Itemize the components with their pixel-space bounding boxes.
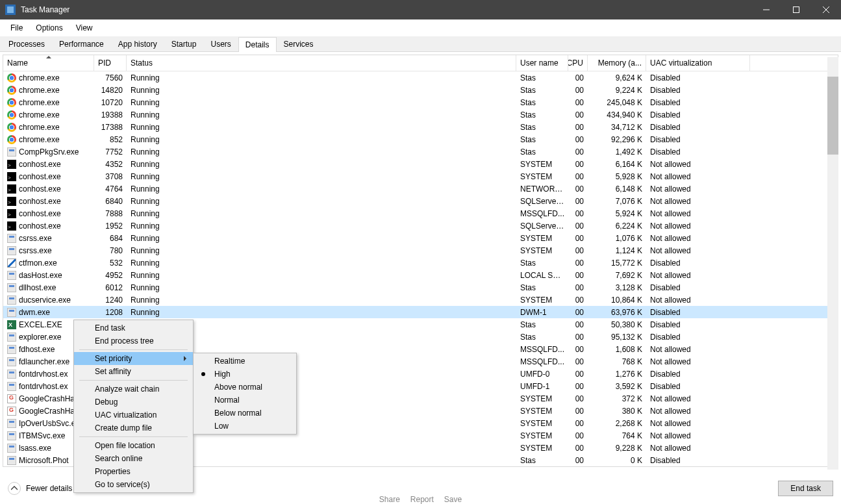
- table-row[interactable]: CompPkgSrv.exe7752RunningStas001,492 KDi…: [3, 145, 838, 158]
- process-icon: [7, 147, 16, 157]
- table-row[interactable]: conhost.exe7888RunningMSSQLFD...005,924 …: [3, 207, 838, 220]
- menu-file[interactable]: File: [4, 21, 29, 35]
- table-row[interactable]: chrome.exe17388RunningStas0034,712 KDisa…: [3, 121, 838, 133]
- cell-uac: Disabled: [646, 258, 750, 268]
- share-link[interactable]: Share: [379, 495, 400, 504]
- cell-memory: 3,592 K: [588, 382, 646, 391]
- table-row[interactable]: chrome.exe10720RunningStas00245,048 KDis…: [3, 96, 838, 108]
- cell-memory: 6,224 K: [588, 221, 646, 231]
- ctx-item[interactable]: Create dump file: [74, 422, 193, 435]
- ctx-item[interactable]: UAC virtualization: [74, 409, 193, 422]
- process-icon: [7, 110, 16, 120]
- tab-startup[interactable]: Startup: [164, 36, 204, 51]
- tab-processes[interactable]: Processes: [1, 36, 52, 51]
- ctx-priority-item[interactable]: Above normal: [194, 381, 296, 394]
- table-row[interactable]: chrome.exe852RunningStas0092,296 KDisabl…: [3, 133, 838, 145]
- table-row[interactable]: chrome.exe7560RunningStas009,624 KDisabl…: [3, 71, 838, 84]
- ctx-item[interactable]: Set priority: [74, 352, 193, 365]
- tab-users[interactable]: Users: [203, 36, 238, 51]
- col-name[interactable]: Name: [3, 55, 94, 71]
- table-row[interactable]: chrome.exe19388RunningStas00434,940 KDis…: [3, 108, 838, 121]
- table-row[interactable]: conhost.exe1952RunningSQLServer...006,22…: [3, 220, 838, 232]
- ctx-item[interactable]: Debug: [74, 396, 193, 409]
- ctx-item[interactable]: Set affinity: [74, 365, 193, 378]
- menu-view[interactable]: View: [69, 21, 99, 35]
- cell-status: Running: [127, 296, 516, 305]
- cell-memory: 63,976 K: [588, 308, 646, 317]
- table-row[interactable]: conhost.exe6840RunningSQLServer...007,07…: [3, 195, 838, 207]
- end-task-button[interactable]: End task: [778, 481, 833, 496]
- table-row[interactable]: chrome.exe14820RunningStas009,224 KDisab…: [3, 84, 838, 96]
- ctx-priority-item[interactable]: High: [194, 368, 296, 381]
- cell-user: UMFD-1: [516, 382, 568, 391]
- cell-status: Running: [127, 98, 516, 107]
- close-button[interactable]: [811, 0, 841, 19]
- cell-memory: 7,076 K: [588, 197, 646, 206]
- cell-uac: Disabled: [646, 382, 750, 391]
- table-row[interactable]: ctfmon.exe532RunningStas0015,772 KDisabl…: [3, 257, 838, 269]
- process-name: explorer.exe: [19, 333, 61, 342]
- menu-options[interactable]: Options: [29, 21, 69, 35]
- fewer-details-toggle[interactable]: Fewer details: [8, 482, 72, 495]
- process-icon: [7, 184, 16, 194]
- process-name: GoogleCrashHa: [19, 394, 75, 403]
- cell-status: Running: [127, 160, 516, 169]
- process-name: conhost.exe: [19, 197, 61, 206]
- maximize-button[interactable]: [781, 0, 811, 19]
- ctx-item[interactable]: Properties: [74, 465, 193, 478]
- cell-cpu: 00: [568, 197, 588, 206]
- ctx-priority-item[interactable]: Below normal: [194, 407, 296, 420]
- table-row[interactable]: conhost.exe4352RunningSYSTEM006,164 KNot…: [3, 158, 838, 170]
- share-bar: Share Report Save: [379, 495, 462, 504]
- ctx-item[interactable]: End task: [74, 321, 193, 334]
- cell-status: Running: [127, 123, 516, 132]
- cell-cpu: 00: [568, 345, 588, 354]
- cell-cpu: 00: [568, 456, 588, 465]
- table-row[interactable]: conhost.exe4764RunningNETWORK...006,148 …: [3, 183, 838, 195]
- col-pid[interactable]: PID: [94, 55, 127, 71]
- report-link[interactable]: Report: [410, 495, 434, 504]
- cell-user: SYSTEM: [516, 160, 568, 169]
- titlebar[interactable]: Task Manager: [0, 0, 841, 19]
- table-row[interactable]: dllhost.exe6012RunningStas003,128 KDisab…: [3, 281, 838, 294]
- cell-pid: 19388: [94, 110, 127, 120]
- process-name: CompPkgSrv.exe: [19, 147, 79, 157]
- cell-uac: Not allowed: [646, 172, 750, 181]
- table-row[interactable]: dwm.exe1208RunningDWM-10063,976 KDisable…: [3, 306, 838, 318]
- cell-status: Running: [127, 283, 516, 292]
- ctx-priority-item[interactable]: Low: [194, 420, 296, 433]
- col-username[interactable]: User name: [516, 55, 568, 71]
- cell-uac: Disabled: [646, 123, 750, 132]
- table-row[interactable]: ducservice.exe1240RunningSYSTEM0010,864 …: [3, 294, 838, 306]
- tab-services[interactable]: Services: [277, 36, 321, 51]
- cell-uac: Not allowed: [646, 419, 750, 428]
- minimize-button[interactable]: [751, 0, 781, 19]
- col-uac[interactable]: UAC virtualization: [646, 55, 750, 71]
- ctx-item[interactable]: Analyze wait chain: [74, 383, 193, 396]
- ctx-item[interactable]: Go to service(s): [74, 478, 193, 491]
- cell-user: SYSTEM: [516, 234, 568, 243]
- table-row[interactable]: csrss.exe780RunningSYSTEM001,124 KNot al…: [3, 244, 838, 257]
- ctx-item[interactable]: End process tree: [74, 334, 193, 347]
- scrollbar-thumb[interactable]: [827, 77, 838, 155]
- col-memory[interactable]: Memory (a...: [588, 55, 646, 71]
- process-name: fdhost.exe: [19, 345, 55, 354]
- cell-memory: 6,164 K: [588, 160, 646, 169]
- col-status[interactable]: Status: [127, 55, 516, 71]
- save-link[interactable]: Save: [444, 495, 462, 504]
- col-cpu[interactable]: CPU: [568, 55, 588, 71]
- table-row[interactable]: dasHost.exe4952RunningLOCAL SE...007,692…: [3, 269, 838, 281]
- cell-cpu: 00: [568, 246, 588, 255]
- ctx-priority-item[interactable]: Realtime: [194, 355, 296, 368]
- cell-cpu: 00: [568, 209, 588, 218]
- menubar: File Options View: [0, 19, 841, 36]
- ctx-item[interactable]: Open file location: [74, 439, 193, 452]
- tab-app-history[interactable]: App history: [111, 36, 164, 51]
- tab-details[interactable]: Details: [238, 37, 277, 52]
- table-row[interactable]: conhost.exe3708RunningSYSTEM005,928 KNot…: [3, 170, 838, 183]
- ctx-item[interactable]: Search online: [74, 452, 193, 465]
- table-row[interactable]: csrss.exe684RunningSYSTEM001,076 KNot al…: [3, 232, 838, 244]
- tab-performance[interactable]: Performance: [52, 36, 111, 51]
- vertical-scrollbar[interactable]: [827, 57, 838, 470]
- ctx-priority-item[interactable]: Normal: [194, 394, 296, 407]
